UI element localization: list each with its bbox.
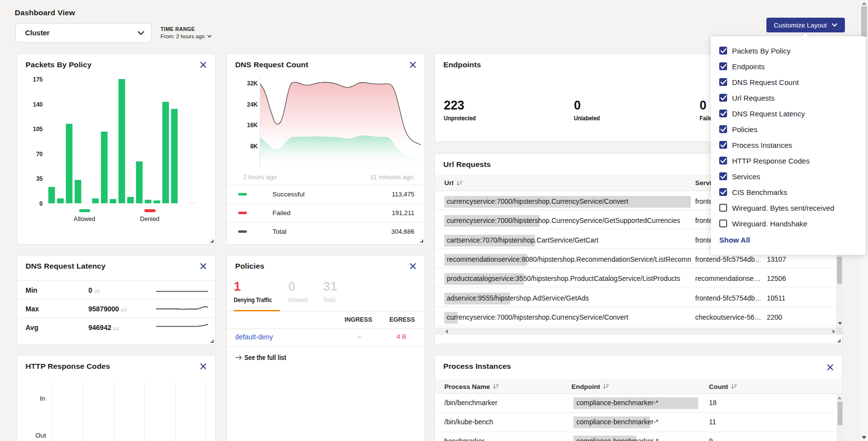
url-cell: recommendationservice:8080/hipstershop.R… [447, 255, 691, 263]
table-horizontal-scrollbar[interactable] [435, 328, 836, 335]
legend-swatch [238, 193, 247, 195]
http-row-label-out: Out [35, 432, 46, 439]
menu-item-dns-request-latency[interactable]: DNS Request Latency [719, 106, 805, 121]
menu-item-endpoints[interactable]: Endpoints [719, 58, 765, 74]
url-table-row[interactable]: currencyservice:7000/hipstershop.Currenc… [435, 307, 836, 326]
menu-item-label: HTTP Response Codes [732, 157, 810, 165]
checkbox-checked-icon[interactable] [719, 188, 727, 196]
menu-item-http-response-codes[interactable]: HTTP Response Codes [719, 153, 810, 168]
policy-name-link[interactable]: default-deny [235, 333, 273, 341]
resize-handle[interactable] [211, 340, 214, 343]
service-cell: checkoutservice-56… [695, 313, 760, 321]
menu-item-cis-benchmarks[interactable]: CIS Benchmarks [719, 184, 787, 200]
svg-text:32K: 32K [247, 80, 258, 87]
checkbox-checked-icon[interactable] [719, 172, 727, 180]
close-icon[interactable] [200, 363, 207, 370]
checkbox-checked-icon[interactable] [719, 94, 727, 102]
legend-allowed: Allowed [70, 209, 99, 222]
menu-item-label: Process Instances [732, 141, 792, 149]
show-all-link[interactable]: Show All [719, 236, 750, 244]
url-table-row[interactable]: adservice:9555/hipstershop.AdService/Get… [435, 288, 836, 307]
grid-line [53, 381, 53, 441]
resize-handle[interactable] [211, 240, 214, 243]
menu-caret [801, 32, 809, 36]
checkbox-checked-icon[interactable] [719, 125, 727, 133]
checkbox-checked-icon[interactable] [719, 62, 727, 70]
chevron-down-icon [832, 23, 838, 27]
close-icon[interactable] [409, 263, 416, 270]
sort-icon [731, 384, 737, 389]
column-header-endpoint[interactable]: Endpoint [571, 379, 609, 394]
policies-tab-denying-traffic[interactable]: 1 Denying Traffic [234, 280, 280, 303]
time-range: TIME RANGE From: 2 hours ago [161, 26, 212, 39]
latency-value: 946942 µs [88, 324, 119, 331]
page-title: Dashboard View [15, 8, 75, 17]
resize-handle[interactable] [838, 339, 841, 342]
menu-item-services[interactable]: Services [719, 168, 760, 184]
process-table-row[interactable]: benchmarker compliance-benchmarker-* 9 [435, 432, 837, 441]
card-policies: Policies 1 Denying Traffic 0 Unused 31 T… [226, 255, 425, 441]
scroll-down-arrow[interactable] [862, 436, 867, 439]
menu-item-wireguard-bytes-sent-received[interactable]: Wireguard. Bytes sent/received [719, 200, 834, 216]
checkbox-unchecked-icon[interactable] [719, 204, 727, 212]
cluster-select[interactable]: Cluster [15, 23, 152, 43]
resize-handle[interactable] [420, 240, 423, 243]
column-header-ingress: INGRESS [345, 316, 372, 323]
legend-swatch [238, 230, 247, 233]
page-scrollbar-thumb[interactable] [861, 6, 867, 37]
tab-count: 31 [323, 280, 338, 293]
menu-item-label: Url Requests [732, 94, 775, 102]
column-header-count[interactable]: Count [709, 379, 737, 394]
url-table-row[interactable]: productcatalogservice:3550/hipstershop.P… [435, 268, 836, 287]
menu-item-dns-request-count[interactable]: DNS Request Count [719, 74, 799, 90]
svg-text:24K: 24K [247, 101, 258, 108]
policies-tab-total[interactable]: 31 Total [323, 280, 338, 303]
legend-allowed-label: Allowed [70, 216, 99, 222]
checkbox-checked-icon[interactable] [719, 110, 727, 117]
table-vertical-scrollbar-thumb[interactable] [838, 402, 842, 425]
checkbox-checked-icon[interactable] [719, 157, 727, 165]
column-header-process-name[interactable]: Process Name [444, 379, 499, 394]
bar [83, 203, 90, 203]
policies-tab-unused[interactable]: 0 Unused [288, 280, 312, 303]
checkbox-checked-icon[interactable] [719, 78, 727, 86]
close-icon[interactable] [200, 263, 207, 270]
bar [136, 162, 143, 203]
sort-icon [603, 384, 609, 389]
time-range-value[interactable]: From: 2 hours ago [161, 33, 212, 39]
count-cell: 10511 [767, 294, 786, 302]
url-cell: currencyservice:7000/hipstershop.Currenc… [447, 313, 691, 321]
menu-item-policies[interactable]: Policies [719, 121, 758, 137]
legend-value: 113,475 [392, 191, 414, 198]
y-tick: 175 [33, 76, 43, 83]
menu-item-packets-by-policy[interactable]: Packets By Policy [719, 43, 790, 58]
scroll-up-arrow[interactable] [838, 397, 841, 399]
menu-item-process-instances[interactable]: Process Instances [719, 137, 792, 153]
bar [118, 79, 125, 203]
scroll-up-arrow[interactable] [862, 2, 867, 5]
see-full-list-link[interactable]: See the full list [235, 354, 295, 361]
latency-unit: µs [94, 288, 100, 294]
menu-item-url-requests[interactable]: Url Requests [719, 90, 775, 106]
customize-layout-button[interactable]: Customize Layout [766, 18, 845, 32]
scroll-right-arrow[interactable] [833, 330, 835, 333]
scroll-left-arrow[interactable] [445, 330, 448, 333]
bar [75, 180, 81, 203]
menu-item-wireguard-handshake[interactable]: Wireguard. Handshake [719, 216, 807, 231]
checkbox-checked-icon[interactable] [719, 47, 727, 55]
customize-layout-menu: Packets By Policy Endpoints DNS Request … [711, 36, 866, 255]
scroll-down-arrow[interactable] [838, 322, 842, 325]
close-icon[interactable] [827, 364, 834, 371]
process-table-row[interactable]: /bin/kube-bench compliance-benchmarker-*… [435, 413, 837, 432]
column-header-url[interactable]: Url [444, 175, 463, 191]
latency-label: Max [26, 305, 39, 313]
checkbox-checked-icon[interactable] [719, 141, 727, 149]
card-title: HTTP Response Codes [26, 362, 110, 371]
y-tick: 140 [33, 101, 43, 108]
table-vertical-scrollbar-thumb[interactable] [837, 257, 842, 284]
sparkline [156, 284, 208, 296]
checkbox-unchecked-icon[interactable] [719, 220, 727, 227]
process-table-row[interactable]: /bin/benchmarker compliance-benchmarker-… [435, 394, 837, 413]
latency-row: Min 0 µs [18, 280, 215, 299]
count-cell: 18 [709, 399, 717, 407]
